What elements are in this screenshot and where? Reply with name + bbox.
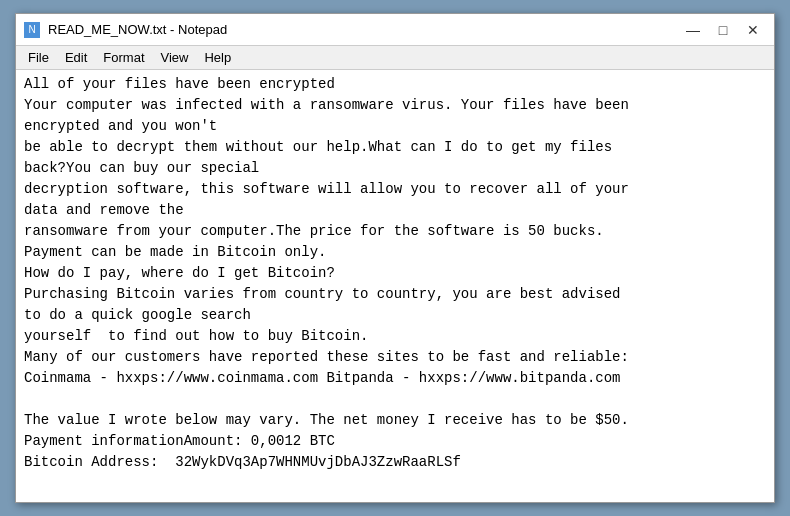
title-bar-left: N READ_ME_NOW.txt - Notepad	[24, 22, 227, 38]
notepad-icon: N	[24, 22, 40, 38]
notepad-content: All of your files have been encrypted Yo…	[24, 74, 766, 473]
title-bar: N READ_ME_NOW.txt - Notepad — □ ✕	[16, 14, 774, 46]
minimize-button[interactable]: —	[680, 19, 706, 41]
menu-view[interactable]: View	[153, 48, 197, 67]
menu-bar: File Edit Format View Help	[16, 46, 774, 70]
window-controls: — □ ✕	[680, 19, 766, 41]
notepad-window: N READ_ME_NOW.txt - Notepad — □ ✕ File E…	[15, 13, 775, 503]
maximize-button[interactable]: □	[710, 19, 736, 41]
text-area[interactable]: All of your files have been encrypted Yo…	[16, 70, 774, 502]
close-button[interactable]: ✕	[740, 19, 766, 41]
menu-file[interactable]: File	[20, 48, 57, 67]
menu-help[interactable]: Help	[196, 48, 239, 67]
menu-format[interactable]: Format	[95, 48, 152, 67]
window-title: READ_ME_NOW.txt - Notepad	[48, 22, 227, 37]
menu-edit[interactable]: Edit	[57, 48, 95, 67]
